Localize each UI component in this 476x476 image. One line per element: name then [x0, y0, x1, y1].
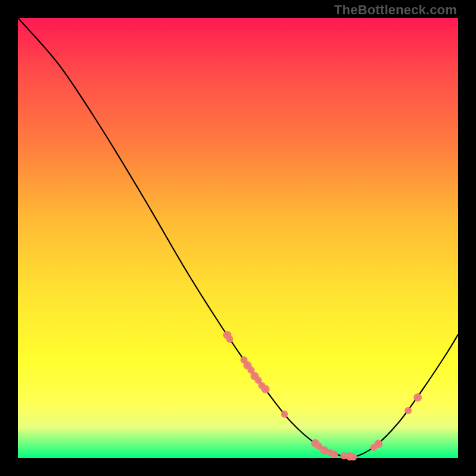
scatter-dot: [261, 385, 270, 393]
scatter-dot: [226, 336, 233, 343]
scatter-dot: [374, 440, 383, 448]
scatter-group: [223, 331, 422, 461]
chart-overlay: [18, 18, 458, 458]
scatter-dot: [414, 393, 422, 402]
scatter-dot: [405, 407, 412, 414]
bottleneck-curve: [18, 18, 458, 458]
scatter-dot: [350, 453, 357, 461]
scatter-dot: [281, 411, 288, 418]
watermark-text: TheBottleneck.com: [334, 2, 457, 18]
scatter-dot: [331, 450, 338, 458]
